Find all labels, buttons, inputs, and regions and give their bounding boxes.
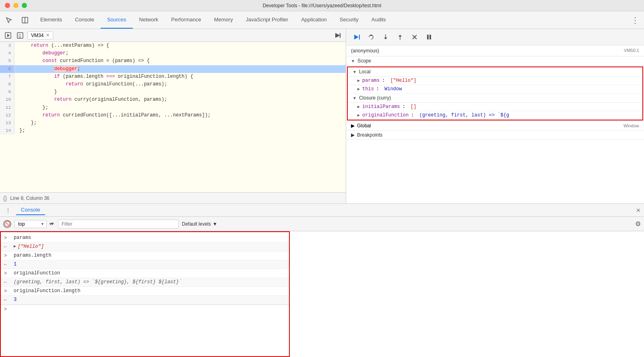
svg-rect-18 xyxy=(429,35,431,39)
levels-label: Default levels xyxy=(182,221,211,227)
brace-icon: {} xyxy=(3,195,7,201)
console-input-row: > xyxy=(1,305,289,314)
console-right-panel xyxy=(290,231,644,357)
console-tab[interactable]: Console xyxy=(16,205,45,215)
code-line-5: 5 const curriedFunction = (params) => { xyxy=(0,57,346,65)
originalfunction-key: originalFunction xyxy=(362,112,409,118)
initialparams-value: [] xyxy=(411,104,416,110)
out-arrow-4-icon: > xyxy=(4,288,12,294)
filter-input[interactable] xyxy=(58,220,179,228)
code-line-7: 7 if (params.length === originalFunction… xyxy=(0,73,346,81)
tab-security[interactable]: Security xyxy=(333,11,365,29)
pause-debugger-button[interactable] xyxy=(333,31,343,40)
out-arrow-3-icon: > xyxy=(4,270,12,276)
params-value: ["Hello"] xyxy=(390,78,417,83)
scope-this-item[interactable]: ▶ this : Window xyxy=(348,85,642,93)
console-input[interactable] xyxy=(9,307,286,312)
close-button[interactable] xyxy=(5,3,10,8)
step-into-button[interactable] xyxy=(380,31,391,43)
pause-button[interactable] xyxy=(423,31,435,43)
file-tab-name: VM34 xyxy=(31,33,43,38)
expand-icon[interactable]: ▶ xyxy=(14,244,16,249)
window-title: Developer Tools - file:///Users/yazeed/D… xyxy=(263,3,382,8)
tab-performance[interactable]: Performance xyxy=(165,11,207,29)
context-select[interactable]: top xyxy=(14,220,47,228)
local-header[interactable]: ▼ Local xyxy=(348,67,642,77)
titlebar: Developer Tools - file:///Users/yazeed/D… xyxy=(0,0,644,11)
console-close-button[interactable]: ✕ xyxy=(636,207,641,214)
vm-reference: VM50:1 xyxy=(624,48,639,54)
tab-application[interactable]: Application xyxy=(295,11,333,29)
this-expand-icon: ▶ xyxy=(357,87,360,91)
global-triangle-icon: ▶ xyxy=(351,123,355,129)
levels-dropdown[interactable]: Default levels ▼ xyxy=(182,221,217,227)
scope-initialparams-item[interactable]: ▶ initialParams : [] xyxy=(348,103,642,111)
console-menu-button[interactable]: ⋮ xyxy=(3,205,13,215)
maximize-button[interactable] xyxy=(22,3,27,8)
console-row-params-in: ← ▶ ["Hello"] xyxy=(1,243,289,251)
in-arrow-3-icon: ← xyxy=(4,279,12,285)
nav-tabs: Elements Console Sources Network Perform… xyxy=(34,11,630,29)
console-row-3: ← 3 xyxy=(1,296,289,305)
tab-memory[interactable]: Memory xyxy=(208,11,239,29)
closure-header[interactable]: ▼ Closure (curry) xyxy=(348,93,642,103)
scope-params-item[interactable]: ▶ params : ["Hello"] xyxy=(348,77,642,85)
closure-label: Closure (curry) xyxy=(359,95,391,101)
tab-sources[interactable]: Sources xyxy=(101,11,133,29)
dock-icon[interactable] xyxy=(19,15,31,26)
console-row-origfn-in: ← (greeting, first, last) => `${greeting… xyxy=(1,278,289,287)
breakpoints-triangle-icon: ▶ xyxy=(351,132,355,138)
code-line-12: 12 return curriedFunction([...initialPar… xyxy=(0,112,346,119)
debug-toolbar xyxy=(346,29,644,46)
step-out-button[interactable] xyxy=(394,31,406,43)
settings-icon[interactable]: ⚙ xyxy=(635,220,641,228)
console-val-3: 3 xyxy=(14,297,17,303)
console-val-hello: ["Hello"] xyxy=(18,244,44,249)
file-tab-vm34[interactable]: VM34 ✕ xyxy=(27,31,53,39)
code-line-3: 3 return (...nextParams) => { xyxy=(0,42,346,50)
svg-rect-7 xyxy=(340,33,341,38)
run-snippet-button[interactable] xyxy=(3,31,13,40)
main-container: {} VM34 ✕ 3 xyxy=(0,29,644,357)
breakpoints-header[interactable]: ▶ Breakpoints xyxy=(346,131,644,140)
svg-text:{}: {} xyxy=(19,34,21,38)
console-filter-bar: 🚫 top Default levels ▼ ⚙ xyxy=(0,217,644,231)
scope-originalfunction-item[interactable]: ▶ originalFunction : (greeting, first, l… xyxy=(348,111,642,120)
params-expand-icon: ▶ xyxy=(357,78,360,83)
select-icon[interactable] xyxy=(3,15,14,26)
clear-messages-button[interactable]: 🚫 xyxy=(3,220,11,228)
status-text: Line 8, Column 36 xyxy=(10,195,49,201)
code-line-4: 4 debugger; xyxy=(0,50,346,57)
out-arrow-2-icon: > xyxy=(4,253,12,259)
tab-audits[interactable]: Audits xyxy=(365,11,392,29)
step-over-button[interactable] xyxy=(365,31,377,43)
more-options-button[interactable]: ⋮ xyxy=(630,15,641,26)
global-row[interactable]: ▶ Global Window xyxy=(346,121,644,131)
console-val-1: 1 xyxy=(14,262,17,267)
dropdown-arrow xyxy=(50,222,55,226)
resume-button[interactable] xyxy=(351,31,362,43)
code-panel: {} VM34 ✕ 3 xyxy=(0,29,346,203)
context-select-wrap: top xyxy=(14,220,47,228)
file-tab-close-button[interactable]: ✕ xyxy=(46,33,50,38)
code-line-14: 14 }; xyxy=(0,127,346,135)
svg-marker-3 xyxy=(7,34,10,37)
bottom-panel: ⋮ Console ✕ 🚫 top Default levels ▼ ⚙ xyxy=(0,204,644,357)
originalfunction-expand-icon: ▶ xyxy=(357,113,360,118)
deactivate-button[interactable] xyxy=(409,31,420,43)
svg-marker-8 xyxy=(354,35,359,39)
tab-network[interactable]: Network xyxy=(133,11,165,29)
format-button[interactable]: {} xyxy=(15,31,25,40)
in-arrow-icon: ← xyxy=(4,244,12,250)
console-row-origfn-length-out: > originalFunction.length xyxy=(1,287,289,296)
in-arrow-4-icon: ← xyxy=(4,297,12,303)
in-arrow-2-icon: ← xyxy=(4,262,12,268)
scope-section-header[interactable]: ▼ Scope xyxy=(346,56,644,66)
breakpoints-label: Breakpoints xyxy=(357,132,382,138)
scope-panel: (anonymous) VM50:1 ▼ Scope ▼ Local ▶ par… xyxy=(346,29,644,203)
tab-elements[interactable]: Elements xyxy=(34,11,68,29)
tab-js-profiler[interactable]: JavaScript Profiler xyxy=(239,11,295,29)
minimize-button[interactable] xyxy=(13,3,19,8)
console-toolbar: ⋮ Console ✕ xyxy=(0,204,644,217)
tab-console[interactable]: Console xyxy=(68,11,101,29)
